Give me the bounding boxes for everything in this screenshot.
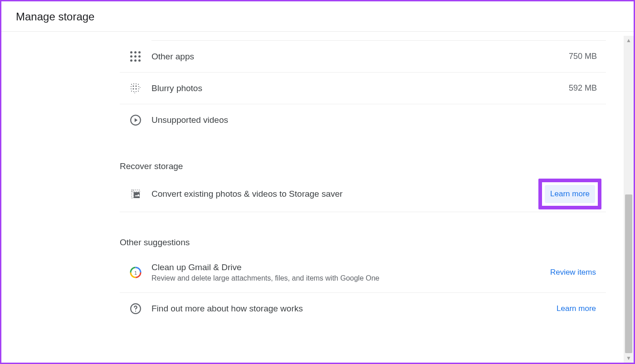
scroll-up-arrow[interactable]: ▲ [624,36,634,45]
storage-row-label: Other apps [151,52,533,62]
svg-point-16 [140,87,141,88]
apps-icon [120,51,151,62]
svg-point-1 [133,83,134,84]
suggestion-row-cleanup[interactable]: 1 Clean up Gmail & Drive Review and dele… [120,252,606,293]
suggestion-subtitle: Review and delete large attachments, fil… [151,274,529,282]
blurry-icon [120,83,151,94]
svg-point-3 [138,84,139,85]
section-title-recover: Recover storage [120,161,606,171]
play-circle-icon [120,114,151,126]
svg-point-14 [136,91,137,92]
suggestion-row-label: Find out more about how storage works [151,304,529,314]
page-title: Manage storage [1,1,634,32]
storage-row-unsupported-videos[interactable]: Unsupported videos [120,104,606,136]
svg-point-8 [131,88,132,89]
storage-row-value: 750 MB [533,52,606,61]
svg-point-5 [133,85,134,87]
suggestion-row-learn[interactable]: Find out more about how storage works Le… [120,293,606,325]
suggestion-row-label: Clean up Gmail & Drive Review and delete… [151,262,529,282]
storage-row-value: 592 MB [533,83,606,93]
svg-point-4 [131,86,132,87]
scrollbar[interactable]: ▲ ▼ [624,36,634,363]
svg-point-6 [136,85,137,87]
storage-saver-icon [120,189,151,199]
storage-row-label: Blurry photos [151,83,533,93]
annotation-highlight: Learn more [538,179,601,209]
recover-row-label: Convert existing photos & videos to Stor… [151,189,538,199]
svg-point-13 [133,91,134,92]
help-icon [120,303,151,315]
storage-row-blurry-photos[interactable]: Blurry photos 592 MB [120,73,606,104]
main-content: Other apps 750 MB Blu [120,36,606,325]
svg-point-12 [131,91,132,92]
svg-point-11 [138,88,139,89]
suggestion-title: Clean up Gmail & Drive [151,262,529,272]
svg-point-28 [135,311,136,311]
storage-row-other-apps[interactable]: Other apps 750 MB [120,41,606,73]
section-title-suggestions: Other suggestions [120,238,606,248]
scroll-down-arrow[interactable]: ▼ [624,354,634,363]
svg-point-10 [136,88,137,89]
svg-point-0 [131,84,132,85]
svg-point-7 [138,86,139,87]
recover-row-convert[interactable]: Convert existing photos & videos to Stor… [120,176,606,212]
svg-point-17 [134,92,135,93]
review-items-button[interactable]: Review items [545,263,601,281]
scroll-thumb[interactable] [625,194,632,353]
learn-more-button[interactable]: Learn more [545,185,595,203]
storage-row-label: Unsupported videos [151,115,533,125]
svg-point-15 [138,91,139,92]
svg-point-9 [133,88,134,89]
svg-text:1: 1 [134,270,137,276]
learn-more-button[interactable]: Learn more [551,300,601,318]
svg-rect-20 [132,190,133,198]
svg-rect-19 [132,190,140,192]
google-one-icon: 1 [120,267,151,278]
svg-point-2 [136,83,137,84]
